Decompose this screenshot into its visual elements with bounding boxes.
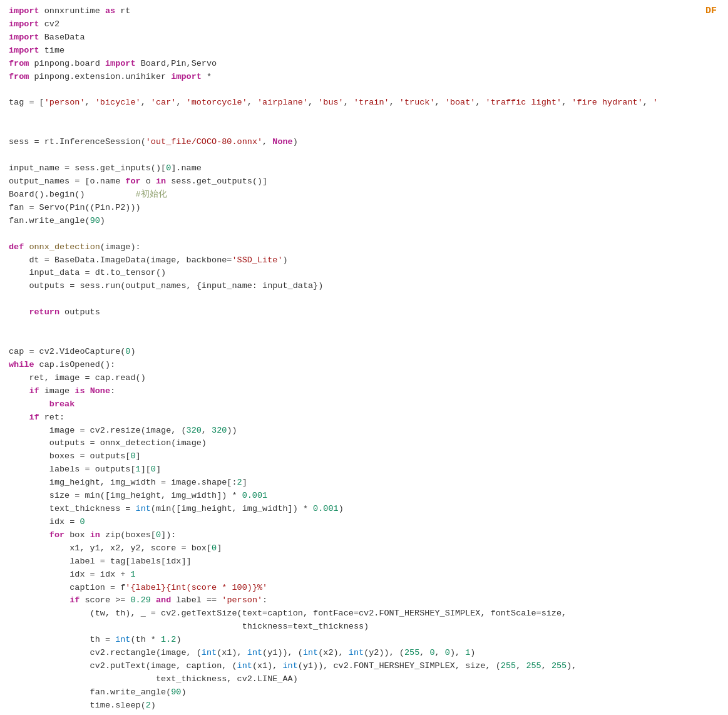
code-line: boxes = outputs[0] [0, 450, 728, 463]
code-line: img_height, img_width = image.shape[:2] [0, 476, 728, 490]
code-line: import time [0, 44, 728, 58]
code-line: fan.write_angle(0) [0, 712, 728, 715]
code-line: text_thickness, cv2.LINE_AA) [0, 673, 728, 686]
code-line [0, 149, 728, 162]
code-line: input_name = sess.get_inputs()[0].name [0, 162, 728, 175]
code-line: fan.write_angle(90) [0, 686, 728, 699]
code-line: for box in zip(boxes[0]): [0, 529, 728, 542]
code-line: return outputs [0, 306, 728, 319]
code-line: x1, y1, x2, y2, score = box[0] [0, 542, 728, 555]
code-line: break [0, 398, 728, 411]
code-line [0, 110, 728, 123]
code-line: output_names = [o.name for o in sess.get… [0, 175, 728, 188]
code-line: image = cv2.resize(image, (320, 320)) [0, 424, 728, 438]
code-line: tag = ['person', 'bicycle', 'car', 'moto… [0, 96, 728, 110]
code-line: text_thickness = int(min([img_height, im… [0, 503, 728, 516]
code-line: fan = Servo(Pin((Pin.P2))) [0, 202, 728, 215]
code-line [0, 319, 728, 332]
code-line: dt = BaseData.ImageData(image, backbone=… [0, 254, 728, 267]
code-line: labels = outputs[1][0] [0, 463, 728, 476]
code-line: def onnx_detection(image): [0, 241, 728, 254]
code-line: input_data = dt.to_tensor() [0, 267, 728, 280]
code-line: sess = rt.InferenceSession('out_file/COC… [0, 136, 728, 149]
code-line: outputs = sess.run(output_names, {input_… [0, 280, 728, 293]
code-line: if ret: [0, 411, 728, 424]
code-line: (tw, th), _ = cv2.getTextSize(text=capti… [0, 607, 728, 620]
code-line [0, 293, 728, 306]
code-line: cv2.putText(image, caption, (int(x1), in… [0, 660, 728, 673]
code-line: time.sleep(2) [0, 699, 728, 712]
code-line: size = min([img_height, img_width]) * 0.… [0, 490, 728, 503]
code-line: idx = idx + 1 [0, 568, 728, 582]
code-line: from pinpong.board import Board,Pin,Serv… [0, 58, 728, 71]
code-line: import BaseData [0, 31, 728, 44]
code-line [0, 84, 728, 97]
code-line: if image is None: [0, 385, 728, 398]
code-line: thickness=text_thickness) [0, 620, 728, 634]
code-line: idx = 0 [0, 516, 728, 529]
code-line [0, 228, 728, 241]
code-line: import cv2 [0, 18, 728, 31]
df-badge: DF [705, 4, 717, 18]
code-line: from pinpong.extension.unihiker import * [0, 71, 728, 84]
code-line: if score >= 0.29 and label == 'person': [0, 594, 728, 607]
code-line [0, 332, 728, 346]
code-line [0, 123, 728, 136]
code-line: while cap.isOpened(): [0, 359, 728, 372]
code-line: th = int(th * 1.2) [0, 634, 728, 647]
code-line: cv2.rectangle(image, (int(x1), int(y1)),… [0, 647, 728, 660]
code-line: ret, image = cap.read() [0, 372, 728, 385]
code-line: fan.write_angle(90) [0, 215, 728, 228]
code-line: label = tag[labels[idx]] [0, 555, 728, 568]
code-line: import onnxruntime as rt [0, 5, 728, 18]
code-editor: DF import onnxruntime as rt import cv2 i… [0, 0, 728, 715]
code-line: Board().begin() #初始化 [0, 188, 728, 202]
code-line: outputs = onnx_detection(image) [0, 437, 728, 450]
code-line: cap = cv2.VideoCapture(0) [0, 346, 728, 359]
code-line: caption = f'{label}{int(score * 100)}%' [0, 582, 728, 595]
